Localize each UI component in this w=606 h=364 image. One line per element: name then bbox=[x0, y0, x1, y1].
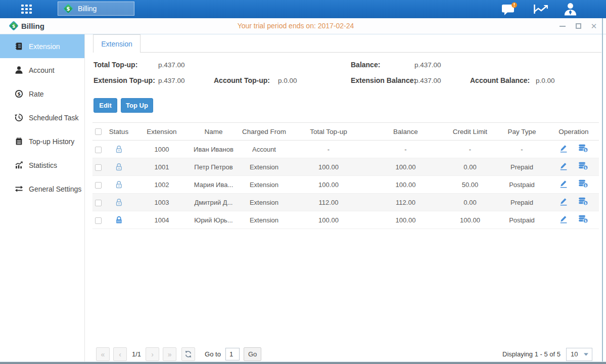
notifications-button[interactable]: ! bbox=[501, 2, 518, 18]
pencil-icon bbox=[559, 179, 568, 188]
total-topup-label: Total Top-up: bbox=[94, 61, 137, 69]
dollar-circle-icon: $ bbox=[15, 89, 23, 98]
maximize-button[interactable] bbox=[574, 22, 582, 30]
chart-icon bbox=[533, 3, 549, 15]
row-checkbox[interactable] bbox=[95, 182, 102, 189]
sidebar-item-statistics[interactable]: Statistics bbox=[0, 153, 84, 177]
account-balance-value: p.0.00 bbox=[536, 77, 555, 84]
edit-extension-button[interactable] bbox=[559, 144, 568, 154]
pay-type-cell: - bbox=[495, 141, 548, 158]
extension-topup-label: Extension Top-up: bbox=[94, 76, 155, 84]
pagination-bar: « ‹ 1/1 › » Go to Go Displaying 1 - 5 of… bbox=[92, 347, 599, 361]
sidebar-item-rate[interactable]: $ Rate bbox=[0, 82, 84, 106]
sidebar-item-extension[interactable]: Extension bbox=[0, 34, 84, 58]
page-size-value: 10 bbox=[571, 350, 578, 358]
sidebar-item-label: Extension bbox=[29, 42, 60, 51]
window-controls: ✕ bbox=[558, 18, 598, 34]
edit-extension-button[interactable] bbox=[559, 197, 568, 207]
col-pay-type: Pay Type bbox=[495, 123, 548, 141]
charged-from-cell: Extension bbox=[238, 211, 291, 229]
displaying-text: Displaying 1 - 5 of 5 bbox=[502, 350, 561, 358]
svg-text:$: $ bbox=[584, 219, 587, 223]
svg-text:$: $ bbox=[584, 148, 587, 152]
topup-extension-button[interactable]: $ bbox=[578, 144, 588, 154]
lock-open-icon bbox=[115, 145, 123, 154]
table-row: 1004 Юрий Юрь... Extension 100.00 100.00… bbox=[92, 211, 599, 229]
top-up-button[interactable]: Top Up bbox=[121, 98, 153, 113]
billing-app-tab[interactable]: $ Billing bbox=[58, 2, 134, 16]
app-grid-icon[interactable] bbox=[21, 5, 33, 14]
refresh-button[interactable] bbox=[181, 347, 195, 361]
reports-button[interactable] bbox=[533, 3, 549, 17]
next-page-button[interactable]: › bbox=[146, 347, 159, 361]
name-cell: Мария Ива... bbox=[190, 176, 238, 194]
balance-value: p.437.00 bbox=[414, 61, 441, 69]
notepad-icon bbox=[15, 137, 23, 146]
last-page-button[interactable]: » bbox=[163, 347, 176, 361]
extension-cell: 1002 bbox=[134, 176, 190, 194]
topup-extension-button[interactable]: $ bbox=[578, 179, 588, 190]
table-header-row: Status Extension Name Charged From Total… bbox=[92, 123, 599, 141]
tab-extension[interactable]: Extension bbox=[93, 34, 141, 53]
page-size-select[interactable]: 10 bbox=[566, 348, 592, 361]
row-checkbox[interactable] bbox=[95, 164, 102, 171]
edit-extension-button[interactable] bbox=[559, 179, 568, 190]
select-all-checkbox[interactable] bbox=[95, 128, 102, 135]
row-checkbox[interactable] bbox=[95, 147, 102, 153]
main-content: Extension Total Top-up: p.437.00 Balance… bbox=[85, 34, 606, 361]
extension-topup-value: p.437.00 bbox=[158, 77, 185, 84]
pencil-icon bbox=[559, 215, 568, 223]
credit-limit-cell: 0.00 bbox=[445, 194, 495, 211]
balance-cell: - bbox=[366, 141, 445, 158]
sidebar: Extension Account $ Rate Scheduled Task bbox=[0, 34, 85, 361]
lock-open-icon bbox=[115, 198, 123, 207]
first-page-button[interactable]: « bbox=[96, 347, 110, 361]
extension-cell: 1000 bbox=[134, 141, 190, 158]
window-right-border bbox=[602, 18, 603, 362]
operation-cell: $ bbox=[548, 211, 599, 229]
extension-cell: 1004 bbox=[134, 211, 190, 229]
pencil-icon bbox=[559, 197, 568, 206]
close-button[interactable]: ✕ bbox=[590, 22, 598, 30]
edit-button[interactable]: Edit bbox=[94, 98, 117, 113]
goto-page-input[interactable] bbox=[225, 348, 240, 360]
col-charged-from: Charged From bbox=[238, 123, 291, 141]
balance-cell: 100.00 bbox=[366, 211, 445, 229]
topup-extension-button[interactable]: $ bbox=[578, 215, 588, 225]
row-checkbox[interactable] bbox=[95, 200, 102, 206]
sidebar-item-label: Scheduled Task bbox=[29, 114, 79, 122]
svg-text:$: $ bbox=[584, 184, 587, 188]
goto-label: Go to bbox=[205, 350, 221, 358]
user-menu-button[interactable] bbox=[563, 2, 578, 18]
prev-page-button[interactable]: ‹ bbox=[113, 347, 127, 361]
sidebar-item-scheduled-task[interactable]: Scheduled Task bbox=[0, 106, 84, 129]
svg-text:!: ! bbox=[513, 3, 515, 8]
sidebar-item-label: General Settings bbox=[29, 185, 81, 193]
topup-extension-button[interactable]: $ bbox=[578, 162, 588, 172]
balance-label: Balance: bbox=[351, 61, 380, 69]
pay-type-cell: Prepaid bbox=[495, 158, 548, 176]
total-topup-cell: 100.00 bbox=[291, 211, 366, 229]
sidebar-item-general-settings[interactable]: General Settings bbox=[0, 177, 84, 201]
credit-limit-cell: 50.00 bbox=[445, 176, 495, 194]
extension-cell: 1003 bbox=[134, 194, 190, 211]
sidebar-item-label: Top-up History bbox=[29, 138, 74, 146]
go-button[interactable]: Go bbox=[244, 347, 261, 361]
status-cell bbox=[104, 158, 134, 176]
col-name: Name bbox=[190, 123, 238, 141]
person-icon bbox=[15, 66, 23, 74]
col-status: Status bbox=[104, 123, 134, 141]
top-navbar: $ Billing ! bbox=[0, 0, 606, 18]
table-row: 1001 Петр Петров Extension 100.00 100.00… bbox=[92, 158, 599, 176]
topup-extension-button[interactable]: $ bbox=[578, 197, 588, 207]
coins-icon: $ bbox=[578, 162, 588, 170]
name-cell: Петр Петров bbox=[190, 158, 238, 176]
account-topup-label: Account Top-up: bbox=[214, 76, 270, 84]
edit-extension-button[interactable] bbox=[559, 162, 568, 172]
minimize-button[interactable] bbox=[558, 22, 567, 30]
charged-from-cell: Account bbox=[238, 141, 291, 158]
sidebar-item-topup-history[interactable]: Top-up History bbox=[0, 129, 84, 153]
edit-extension-button[interactable] bbox=[559, 215, 568, 225]
sidebar-item-account[interactable]: Account bbox=[0, 58, 84, 82]
row-checkbox[interactable] bbox=[95, 217, 102, 224]
